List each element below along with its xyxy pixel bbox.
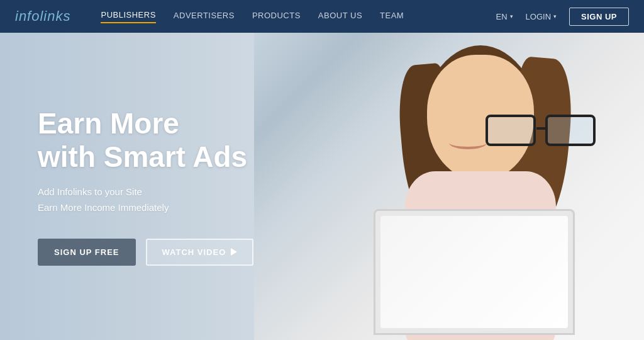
nav-links: PUBLISHERS ADVERTISERS PRODUCTS ABOUT US… — [101, 10, 496, 23]
hero-signup-free-button[interactable]: SIGN UP FREE — [38, 239, 136, 266]
hero-subtitle: Add Infolinks to your Site Earn More Inc… — [38, 184, 253, 216]
login-label: LOGIN — [526, 12, 551, 21]
laptop-screen — [380, 216, 568, 328]
hero-photo — [254, 33, 644, 340]
hero-title-line2: with Smart Ads — [38, 140, 247, 173]
face — [427, 55, 534, 181]
lang-label: EN — [496, 12, 508, 21]
hero-content: Earn More with Smart Ads Add Infolinks t… — [0, 107, 291, 266]
woman-figure — [367, 33, 606, 340]
signup-button[interactable]: SIGN UP — [569, 8, 629, 26]
nav-advertisers[interactable]: ADVERTISERS — [174, 11, 235, 23]
nav-right: EN ▾ LOGIN ▾ SIGN UP — [496, 8, 630, 26]
logo-text: infolinks — [15, 8, 70, 24]
nav-team[interactable]: TEAM — [380, 11, 404, 23]
glasses-bridge — [536, 127, 545, 130]
glasses-right — [545, 115, 596, 146]
laptop — [374, 209, 575, 335]
hero-section: Earn More with Smart Ads Add Infolinks t… — [0, 33, 644, 340]
hero-buttons: SIGN UP FREE WATCH VIDEO — [38, 239, 253, 266]
hero-title-line1: Earn More — [38, 107, 179, 140]
login-chevron-icon: ▾ — [553, 13, 557, 20]
play-icon — [231, 248, 237, 256]
watch-video-label: WATCH VIDEO — [162, 247, 226, 257]
hero-watch-video-button[interactable]: WATCH VIDEO — [146, 239, 254, 266]
glasses-left — [486, 115, 536, 146]
navbar: infolinks PUBLISHERS ADVERTISERS PRODUCT… — [0, 0, 644, 33]
hero-title: Earn More with Smart Ads — [38, 107, 253, 174]
language-selector[interactable]: EN ▾ — [496, 12, 513, 21]
nav-publishers[interactable]: PUBLISHERS — [101, 10, 155, 23]
logo[interactable]: infolinks — [15, 8, 70, 25]
hero-subtitle-line1: Add Infolinks to your Site — [38, 186, 142, 197]
hero-subtitle-line2: Earn More Income Immediately — [38, 202, 169, 213]
nav-about-us[interactable]: ABOUT US — [318, 11, 362, 23]
nav-products[interactable]: PRODUCTS — [252, 11, 301, 23]
smile — [449, 137, 487, 149]
glasses — [482, 115, 599, 149]
login-button[interactable]: LOGIN ▾ — [526, 12, 557, 21]
lang-chevron-icon: ▾ — [510, 13, 513, 20]
